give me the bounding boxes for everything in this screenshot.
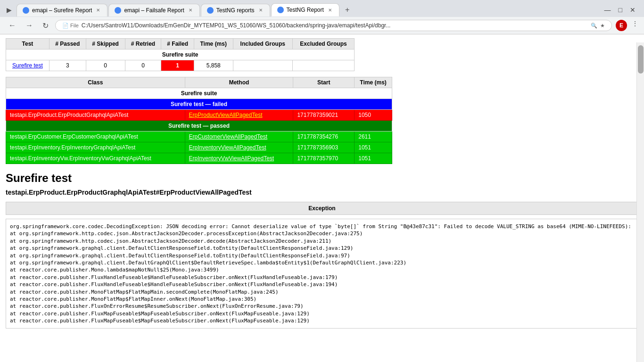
exception-line-9: at reactor.core.publisher.MonoFlatMap$Fl…: [10, 288, 634, 296]
tab-icon-0: [23, 7, 29, 14]
passed-time-2: 1051: [355, 153, 392, 164]
menu-button[interactable]: ⋮: [632, 20, 638, 31]
exception-line-11: at reactor.core.publisher.FluxOnErrorRes…: [10, 303, 634, 310]
exception-line-3: at org.springframework.graphql.client.De…: [10, 245, 634, 252]
failed-method-0[interactable]: ErpProductViewAllPagedTest: [185, 110, 293, 121]
retried-cell: 0: [125, 60, 161, 71]
detail-table: Class Method Start Time (ms) Surefire su…: [6, 77, 392, 164]
col-failed: # Failed: [161, 39, 194, 49]
tab-testng-report[interactable]: TestNG Report ✕: [271, 3, 339, 16]
col-time: Time (ms): [194, 39, 233, 49]
tab-surefire-report[interactable]: emapi – Surefire Report ✕: [17, 4, 107, 16]
scroll-track[interactable]: [636, 42, 644, 354]
included-groups-cell: [233, 60, 292, 71]
failed-class-0: testapi.ErpProduct.ErpProductGraphqlApiA…: [6, 110, 185, 121]
refresh-button[interactable]: ↻: [40, 20, 51, 31]
excluded-groups-cell: [293, 60, 355, 71]
exception-line-7: at reactor.core.publisher.FluxHandleFuse…: [10, 274, 634, 281]
window-controls: — □ ✕: [599, 6, 641, 14]
test-class-heading: testapi.ErpProduct.ErpProductGraphqlApiA…: [6, 189, 638, 196]
detail-failed-row-0: testapi.ErpProduct.ErpProductGraphqlApiA…: [6, 110, 392, 121]
col-passed: # Passed: [49, 39, 86, 49]
col-test: Test: [6, 39, 50, 49]
exception-header: Exception: [6, 202, 638, 215]
url-text: C:/Users/SantroW11/Downloads/EmGenDir_MY…: [82, 22, 588, 29]
tab-bar: ▶ emapi – Surefire Report ✕ emapi – Fail…: [0, 0, 644, 17]
detail-suite-row: Surefire suite: [6, 88, 392, 99]
detail-passed-row-1: testapi.ErpInventory.ErpInventoryGraphql…: [6, 142, 392, 153]
exception-line-5: at org.springframework.graphql.client.De…: [10, 259, 634, 266]
failed-time-0: 1050: [355, 110, 392, 121]
col-included-groups: Included Groups: [233, 39, 292, 49]
failed-start-0: 1717787359021: [293, 110, 355, 121]
tab-close-2[interactable]: ✕: [257, 7, 264, 13]
exception-line-8: at reactor.core.publisher.FluxHandleFuse…: [10, 281, 634, 288]
address-bar: ← → ↻ 📄 File C:/Users/SantroW11/Download…: [0, 17, 644, 34]
exception-line-6: at reactor.core.publisher.Mono.lambda$ma…: [10, 266, 634, 273]
bookmark-icon[interactable]: ★: [600, 23, 605, 29]
time-cell: 5,858: [194, 60, 233, 71]
exception-line-1: at org.springframework.http.codec.json.A…: [10, 230, 634, 237]
passed-start-2: 1717787357970: [293, 153, 355, 164]
page-content: Test # Passed # Skipped # Retried # Fail…: [0, 34, 644, 354]
detail-passed-row-2: testapi.ErpInventoryVw.ErpInventoryVwGra…: [6, 153, 392, 164]
close-window-button[interactable]: ✕: [630, 6, 636, 14]
summary-data-row: Surefire test 3 0 0 1 5,858: [6, 60, 355, 71]
col-retried: # Retried: [125, 39, 161, 49]
passed-time-1: 1051: [355, 142, 392, 153]
test-name-link[interactable]: Surefire test: [12, 62, 43, 69]
test-name-cell[interactable]: Surefire test: [6, 60, 50, 71]
passed-method-0[interactable]: ErpCustomerViewAllPagedTest: [185, 132, 293, 142]
suite-label: Surefire suite: [6, 49, 355, 60]
new-tab-button[interactable]: +: [340, 3, 354, 17]
tab-failsafe-report[interactable]: emapi – Failsafe Report ✕: [108, 4, 199, 16]
exception-line-4: at org.springframework.graphql.client.De…: [10, 252, 634, 259]
scroll-thumb[interactable]: [638, 45, 644, 74]
minimize-button[interactable]: —: [604, 6, 611, 14]
tab-close-1[interactable]: ✕: [187, 7, 194, 13]
tab-icon-3: [277, 7, 284, 13]
tab-close-0[interactable]: ✕: [95, 7, 101, 13]
section-heading: Surefire test: [6, 172, 638, 185]
exception-line-10: at reactor.core.publisher.MonoFlatMap$Fl…: [10, 296, 634, 303]
passed-method-2[interactable]: ErpInventoryVwViewAllPagedTest: [185, 153, 293, 164]
detail-header-row: Class Method Start Time (ms): [6, 77, 392, 88]
detail-passed-section-row: Surefire test — passed: [6, 121, 392, 132]
failed-cell: 1: [161, 60, 194, 71]
search-icon[interactable]: 🔍: [591, 23, 597, 29]
extend-button[interactable]: ▶: [3, 4, 16, 16]
col-excluded-groups: Excluded Groups: [293, 39, 355, 49]
detail-failed-section-label: Surefire test — failed: [6, 99, 392, 110]
url-box[interactable]: 📄 File C:/Users/SantroW11/Downloads/EmGe…: [55, 20, 612, 31]
passed-cell: 3: [49, 60, 86, 71]
col-skipped: # Skipped: [86, 39, 125, 49]
passed-method-1[interactable]: ErpInventoryViewAllPagedTest: [185, 142, 293, 153]
passed-method-link-1[interactable]: ErpInventoryViewAllPagedTest: [189, 144, 266, 151]
detail-col-method: Method: [185, 77, 293, 88]
forward-button[interactable]: →: [23, 20, 36, 31]
tab-label-3: TestNG Report: [287, 7, 324, 13]
failed-method-link-0[interactable]: ErpProductViewAllPagedTest: [189, 112, 263, 118]
exception-line-12: at reactor.core.publisher.FluxMapFuseabl…: [10, 310, 634, 317]
tab-testng-reports[interactable]: TestNG reports ✕: [201, 4, 270, 16]
tab-close-3[interactable]: ✕: [327, 7, 333, 13]
user-avatar[interactable]: E: [616, 20, 627, 31]
suite-header-row: Surefire suite: [6, 49, 355, 60]
passed-class-2: testapi.ErpInventoryVw.ErpInventoryVwGra…: [6, 153, 185, 164]
tab-label-1: emapi – Failsafe Report: [124, 7, 184, 14]
detail-suite-label: Surefire suite: [6, 88, 392, 99]
passed-method-link-0[interactable]: ErpCustomerViewAllPagedTest: [189, 133, 268, 140]
exception-line-2: at org.springframework.http.codec.json.A…: [10, 238, 634, 245]
toolbar-icons: E ⋮: [616, 20, 638, 31]
passed-start-1: 1717787356903: [293, 142, 355, 153]
tab-label-0: emapi – Surefire Report: [32, 7, 92, 14]
back-button[interactable]: ←: [6, 20, 19, 31]
detail-passed-section-label: Surefire test — passed: [6, 121, 392, 132]
exception-line-0: org.springframework.core.codec.DecodingE…: [10, 223, 634, 230]
detail-col-start: Start: [293, 77, 355, 88]
passed-time-0: 2611: [355, 132, 392, 142]
exception-table: Exception: [6, 202, 638, 215]
maximize-button[interactable]: □: [619, 6, 622, 14]
passed-method-link-2[interactable]: ErpInventoryVwViewAllPagedTest: [189, 155, 274, 162]
exception-header-row: Exception: [6, 202, 638, 215]
